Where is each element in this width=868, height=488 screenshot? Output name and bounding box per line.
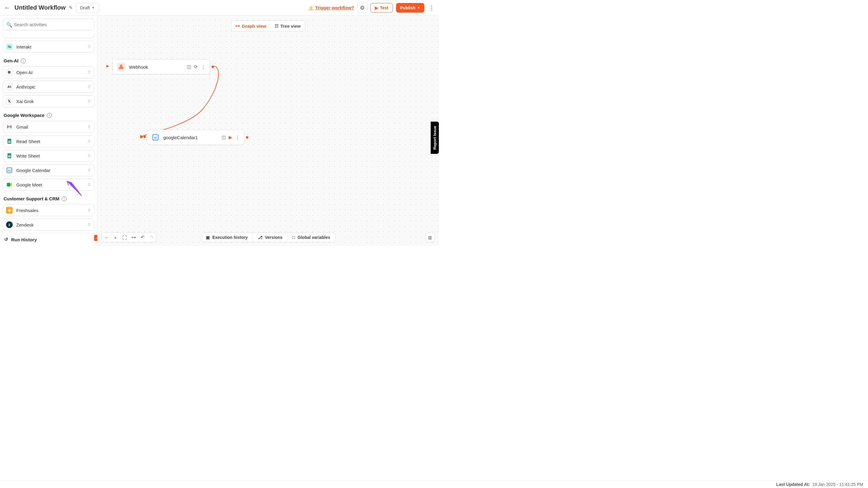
drag-handle-icon: ⠿ [88, 139, 91, 144]
activity-label: Freshsales [16, 208, 84, 213]
activity-item-read-sheet[interactable]: Read Sheet ⠿ [3, 135, 94, 147]
activity-label: Zendesk [16, 222, 84, 227]
node-google-calendar[interactable]: 31 googleCalendar1 ◫ ▶ ⋮ [147, 130, 244, 145]
sheets-icon [6, 138, 13, 144]
xai-icon: 𝕏 [6, 98, 13, 104]
tree-label: Tree view [280, 24, 301, 29]
workflow-canvas[interactable]: ⊶ Graph view ☷ Tree view ▶ Webhook ◫ ⟳ ⋮ [97, 16, 439, 246]
drag-handle-icon: ⠿ [88, 125, 91, 129]
gear-icon: ⚙ [360, 4, 365, 11]
sheets-icon [6, 153, 13, 159]
activity-item-google-meet[interactable]: Google Meet ⠿ [3, 178, 94, 191]
node-play-icon[interactable]: ▶ [229, 135, 232, 140]
fit-view-button[interactable]: ⛶ [120, 233, 129, 242]
graph-label: Graph view [242, 24, 266, 29]
node-webhook[interactable]: Webhook ◫ ⟳ ⋮ [113, 59, 210, 74]
status-dropdown[interactable]: Draft ▼ [76, 3, 99, 13]
activity-item-write-sheet[interactable]: Write Sheet ⠿ [3, 150, 94, 162]
layout-button[interactable]: ⊶ [129, 233, 138, 242]
google-calendar-icon: 31 [151, 133, 160, 141]
trigger-workflow-link[interactable]: ⚡ Trigger workflow? [308, 5, 354, 10]
versions-button[interactable]: ⎇ Versions [253, 233, 287, 242]
activity-label: Google Calendar [16, 168, 84, 173]
template-button[interactable]: ▥ [425, 233, 435, 242]
test-button[interactable]: ▶ Test [370, 3, 393, 13]
drag-handle-icon: ⠿ [88, 168, 91, 173]
activity-label: Write Sheet [16, 153, 84, 158]
category-label: Google Workspace [4, 113, 44, 118]
more-menu-button[interactable]: ⋮ [427, 3, 436, 13]
input-port[interactable] [144, 135, 146, 138]
zoom-out-button[interactable]: − [102, 233, 111, 242]
chevron-down-icon: ▼ [417, 6, 420, 9]
header: ← Untitled Workflow ✎ Draft ▼ ⚡ Trigger … [0, 0, 439, 16]
versions-icon: ⎇ [258, 235, 262, 240]
search-input[interactable] [3, 19, 94, 30]
node-more-icon[interactable]: ⋮ [201, 64, 206, 70]
run-history-button[interactable]: ↺ Run History [0, 233, 97, 246]
output-port[interactable] [212, 66, 214, 68]
node-panel-icon[interactable]: ◫ [187, 64, 191, 70]
info-icon[interactable]: i [62, 196, 67, 201]
activity-item-zendesk[interactable]: z Zendesk ⠿ [3, 219, 94, 231]
activity-label: Gmail [16, 124, 84, 130]
exec-history-label: Execution history [212, 235, 247, 240]
bolt-icon: ⚡ [308, 5, 314, 10]
activity-item-google-calendar[interactable]: 31 Google Calendar ⠿ [3, 164, 94, 176]
node-more-icon[interactable]: ⋮ [236, 135, 240, 140]
anthropic-icon: A\\ [6, 84, 13, 90]
search-wrap: 🔍 [0, 16, 97, 32]
info-icon[interactable]: i [47, 113, 52, 118]
sidebar-scroll[interactable]: 🛍 Interakt ⠿ Gen-AI i ֍ Open AI ⠿ A\\ An… [0, 32, 97, 233]
activity-item-openai[interactable]: ֍ Open AI ⠿ [3, 66, 94, 78]
drag-handle-icon: ⠿ [88, 183, 91, 187]
chevron-down-icon: ▼ [92, 6, 95, 9]
activity-item-freshsales[interactable]: ◆ Freshsales ⠿ [3, 204, 94, 216]
trigger-label: Trigger workflow? [315, 5, 354, 10]
tree-icon: ☷ [275, 23, 278, 29]
test-label: Test [380, 5, 389, 10]
settings-button[interactable]: ⚙ [357, 3, 367, 13]
global-variables-button[interactable]: ∷ Global variables [287, 233, 335, 242]
zoom-in-button[interactable]: + [111, 233, 120, 242]
node-actions: ◫ ⟳ ⋮ [187, 64, 206, 70]
webhook-icon [117, 63, 125, 71]
publish-button[interactable]: Publish ▼ [396, 3, 424, 13]
status-label: Draft [80, 5, 90, 10]
graph-view-button[interactable]: ⊶ Graph view [231, 21, 270, 31]
node-run-trigger[interactable]: ▶ [106, 64, 109, 68]
input-port-outer[interactable] [141, 135, 143, 138]
versions-label: Versions [265, 235, 282, 240]
activity-item-interakt[interactable]: 🛍 Interakt ⠿ [3, 41, 94, 53]
tree-view-button[interactable]: ☷ Tree view [270, 21, 305, 31]
node-refresh-icon[interactable]: ⟳ [194, 64, 198, 70]
drag-handle-icon: ⠿ [88, 44, 91, 49]
activity-item-anthropic[interactable]: A\\ Anthropic ⠿ [3, 81, 94, 93]
svg-text:31: 31 [154, 136, 157, 139]
node-panel-icon[interactable]: ◫ [221, 135, 226, 140]
activity-item-xai[interactable]: 𝕏 Xai Grok ⠿ [3, 95, 94, 107]
freshsales-icon: ◆ [6, 207, 13, 214]
google-calendar-icon: 31 [6, 167, 13, 173]
run-history-label: Run History [11, 237, 37, 242]
info-icon[interactable]: i [21, 59, 26, 63]
bottom-toolbar: ▣ Execution history ⎇ Versions ∷ Global … [201, 233, 335, 242]
execution-history-button[interactable]: ▣ Execution history [201, 233, 253, 242]
search-icon: 🔍 [6, 22, 12, 27]
back-arrow-button[interactable]: ← [3, 3, 11, 12]
activity-item-gmail[interactable]: Gmail ⠿ [3, 121, 94, 133]
svg-rect-10 [7, 183, 10, 187]
category-google-workspace: Google Workspace i [4, 113, 93, 118]
google-meet-icon [6, 181, 13, 188]
variables-icon: ∷ [292, 235, 295, 240]
activity-label: Xai Grok [16, 99, 84, 104]
activity-label: Interakt [16, 44, 84, 50]
header-left: ← Untitled Workflow ✎ Draft ▼ [3, 3, 99, 13]
redo-button[interactable]: ↷ [147, 233, 156, 242]
report-issue-button[interactable]: Report Issue [431, 122, 439, 154]
output-port[interactable] [246, 136, 248, 138]
undo-button[interactable]: ↶ [138, 233, 147, 242]
activity-label: Anthropic [16, 84, 84, 90]
category-label: Gen-AI [4, 58, 19, 63]
edit-title-icon[interactable]: ✎ [69, 5, 73, 10]
